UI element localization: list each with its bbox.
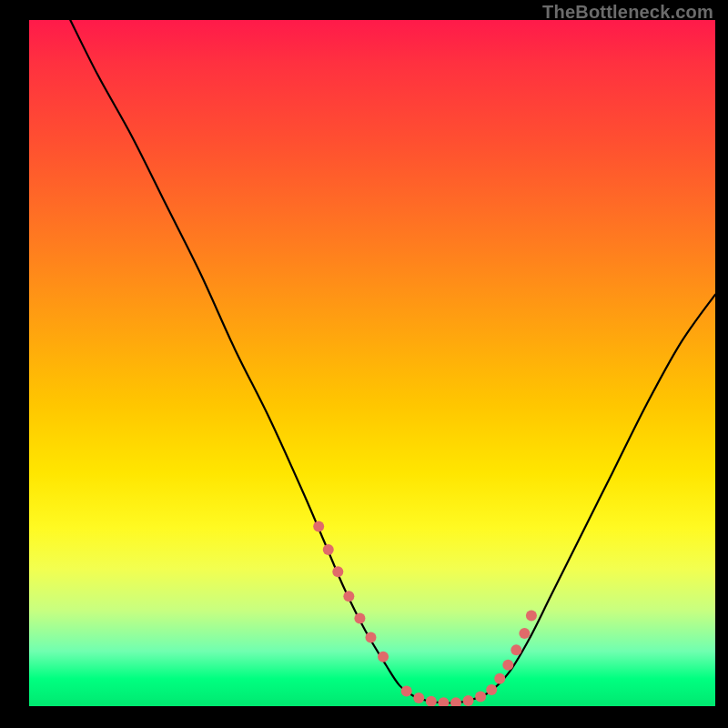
highlight-dots (313, 521, 537, 706)
highlight-dot (378, 652, 389, 662)
highlight-dot (343, 591, 354, 602)
highlight-dot (354, 612, 365, 623)
highlight-dot (494, 673, 505, 684)
highlight-dot (313, 521, 324, 531)
highlight-dot (511, 644, 521, 655)
highlight-dot (475, 691, 486, 702)
highlight-dot (486, 684, 497, 695)
plot-area (29, 20, 715, 706)
highlight-dot (401, 685, 412, 696)
highlight-dot (450, 697, 461, 706)
highlight-dot (502, 660, 513, 671)
highlight-dot (526, 610, 537, 621)
highlight-dot (426, 696, 437, 706)
chart-container: TheBottleneck.com (0, 0, 728, 728)
bottleneck-curve (70, 20, 715, 703)
curve-svg (29, 20, 715, 706)
highlight-dot (365, 632, 376, 643)
highlight-dot (323, 544, 334, 555)
highlight-dot (463, 695, 474, 706)
highlight-dot (519, 628, 530, 639)
highlight-dot (332, 566, 343, 577)
highlight-dot (438, 697, 449, 706)
highlight-dot (413, 693, 424, 703)
